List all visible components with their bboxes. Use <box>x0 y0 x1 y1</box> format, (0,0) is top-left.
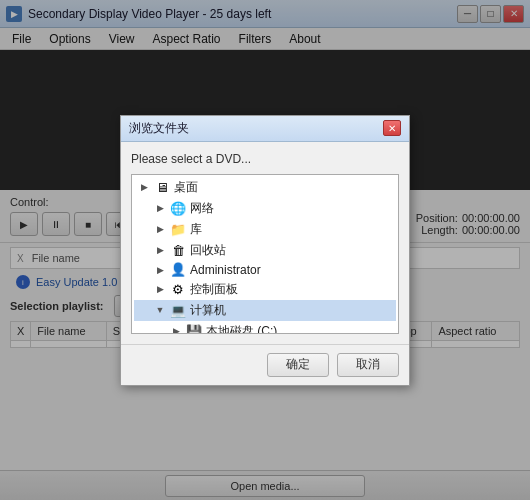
tree-expand-4[interactable]: ▶ <box>154 264 166 276</box>
tree-icon-4: 👤 <box>170 263 186 277</box>
dialog-overlay: 浏览文件夹 ✕ Please select a DVD... ▶🖥桌面▶🌐网络▶… <box>0 0 530 500</box>
app-window: ▶ Secondary Display Video Player - 25 da… <box>0 0 530 500</box>
tree-expand-3[interactable]: ▶ <box>154 244 166 256</box>
tree-expand-0[interactable]: ▶ <box>138 181 150 193</box>
tree-expand-7[interactable]: ▶ <box>170 325 182 334</box>
tree-item-6[interactable]: ▼💻计算机 <box>134 300 396 321</box>
tree-expand-1[interactable]: ▶ <box>154 202 166 214</box>
tree-label-4: Administrator <box>190 263 261 277</box>
browse-dialog: 浏览文件夹 ✕ Please select a DVD... ▶🖥桌面▶🌐网络▶… <box>120 115 410 386</box>
tree-label-5: 控制面板 <box>190 281 238 298</box>
tree-icon-1: 🌐 <box>170 201 186 215</box>
tree-label-3: 回收站 <box>190 242 226 259</box>
tree-icon-2: 📁 <box>170 222 186 236</box>
tree-item-5[interactable]: ▶⚙控制面板 <box>134 279 396 300</box>
tree-icon-6: 💻 <box>170 303 186 317</box>
tree-item-4[interactable]: ▶👤Administrator <box>134 261 396 279</box>
tree-expand-2[interactable]: ▶ <box>154 223 166 235</box>
tree-item-0[interactable]: ▶🖥桌面 <box>134 177 396 198</box>
dialog-title-bar: 浏览文件夹 ✕ <box>121 116 409 142</box>
tree-label-7: 本地磁盘 (C:) <box>206 323 277 334</box>
tree-label-1: 网络 <box>190 200 214 217</box>
tree-item-2[interactable]: ▶📁库 <box>134 219 396 240</box>
tree-icon-5: ⚙ <box>170 282 186 296</box>
tree-label-2: 库 <box>190 221 202 238</box>
dialog-cancel-button[interactable]: 取消 <box>337 353 399 377</box>
tree-label-0: 桌面 <box>174 179 198 196</box>
dialog-tree[interactable]: ▶🖥桌面▶🌐网络▶📁库▶🗑回收站▶👤Administrator▶⚙控制面板▼💻计… <box>131 174 399 334</box>
dialog-footer: 确定 取消 <box>121 344 409 385</box>
dialog-title-text: 浏览文件夹 <box>129 120 189 137</box>
dialog-close-button[interactable]: ✕ <box>383 120 401 136</box>
tree-icon-0: 🖥 <box>154 180 170 194</box>
tree-expand-5[interactable]: ▶ <box>154 283 166 295</box>
tree-icon-3: 🗑 <box>170 243 186 257</box>
dialog-body: Please select a DVD... ▶🖥桌面▶🌐网络▶📁库▶🗑回收站▶… <box>121 142 409 344</box>
tree-icon-7: 💾 <box>186 324 202 334</box>
tree-item-7[interactable]: ▶💾本地磁盘 (C:) <box>134 321 396 334</box>
dialog-confirm-button[interactable]: 确定 <box>267 353 329 377</box>
dialog-prompt: Please select a DVD... <box>131 152 399 166</box>
tree-label-6: 计算机 <box>190 302 226 319</box>
tree-item-3[interactable]: ▶🗑回收站 <box>134 240 396 261</box>
tree-item-1[interactable]: ▶🌐网络 <box>134 198 396 219</box>
tree-expand-6[interactable]: ▼ <box>154 304 166 316</box>
